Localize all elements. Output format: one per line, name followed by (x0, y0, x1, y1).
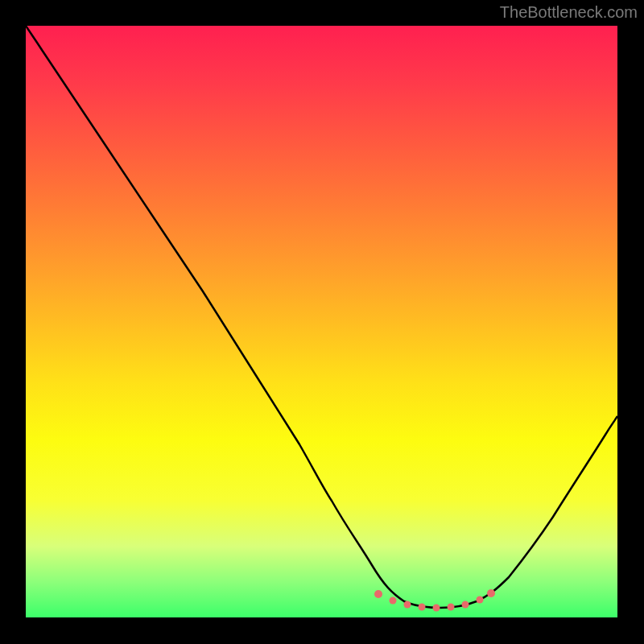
marker-dot (374, 590, 382, 598)
marker-dot (419, 604, 426, 611)
marker-dot (404, 601, 411, 609)
watermark-text: TheBottleneck.com (500, 3, 638, 22)
marker-dot (462, 601, 469, 609)
plot-area (26, 26, 617, 617)
marker-dot (477, 597, 484, 604)
marker-dot (448, 604, 455, 611)
chart-svg (26, 26, 617, 617)
bottleneck-curve (26, 26, 617, 608)
marker-dot (487, 589, 495, 597)
marker-dot (433, 605, 440, 612)
marker-dot (390, 597, 397, 605)
chart-container: TheBottleneck.com (0, 0, 644, 644)
